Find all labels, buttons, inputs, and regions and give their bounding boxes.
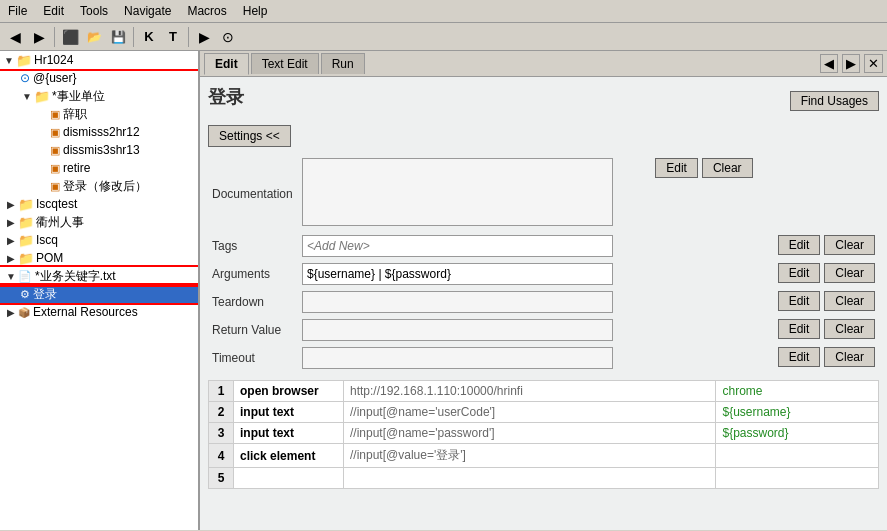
tree-pom-label: POM <box>36 251 63 265</box>
tree-external-label: External Resources <box>33 305 138 319</box>
t-btn[interactable]: T <box>162 26 184 48</box>
menu-macros[interactable]: Macros <box>183 2 230 20</box>
tree-dismiss3[interactable]: ▣ dissmis3shr13 <box>0 141 198 159</box>
step-row-1[interactable]: 1 open browser http://192.168.1.110:1000… <box>209 381 879 402</box>
tree-dismiss-label: 辞职 <box>63 106 87 123</box>
sep3 <box>188 27 189 47</box>
step-kw-1: open browser <box>234 381 344 402</box>
step-arg1-5 <box>344 468 716 489</box>
doc-input-cell <box>298 155 617 232</box>
tree-dismiss[interactable]: ▣ 辞职 <box>0 105 198 123</box>
tree-iscq[interactable]: ▶ 📁 Iscq <box>0 231 198 249</box>
tags-input[interactable] <box>302 235 613 257</box>
k-btn[interactable]: K <box>138 26 160 48</box>
teardown-clear-btn[interactable]: Clear <box>824 291 875 311</box>
tree-dismiss2[interactable]: ▣ dismisss2hr12 <box>0 123 198 141</box>
menu-bar: File Edit Tools Navigate Macros Help <box>0 0 887 23</box>
stop-btn[interactable]: ⬛ <box>59 26 81 48</box>
args-clear-btn[interactable]: Clear <box>824 263 875 283</box>
timeout-clear-btn[interactable]: Clear <box>824 347 875 367</box>
step-row-3[interactable]: 3 input text //input[@name='password'] $… <box>209 423 879 444</box>
tab-next-btn[interactable]: ▶ <box>842 54 860 73</box>
folder-hezhourenshi-icon: 📁 <box>18 215 34 230</box>
tree-dismiss2-label: dismisss2hr12 <box>63 125 140 139</box>
tree-login-mod[interactable]: ▣ 登录（修改后） <box>0 177 198 195</box>
tree-pom[interactable]: ▶ 📁 POM <box>0 249 198 267</box>
step-row-4[interactable]: 4 click element //input[@value='登录'] <box>209 444 879 468</box>
menu-edit[interactable]: Edit <box>39 2 68 20</box>
forward-btn[interactable]: ▶ <box>28 26 50 48</box>
find-usages-btn[interactable]: Find Usages <box>790 91 879 111</box>
step-row-2[interactable]: 2 input text //input[@name='userCode'] $… <box>209 402 879 423</box>
expand-jishi: ▼ <box>20 89 34 103</box>
run-btn[interactable]: ▶ <box>193 26 215 48</box>
expand-iscqtest: ▶ <box>4 197 18 211</box>
tree-hezhourenshi-label: 衢州人事 <box>36 214 84 231</box>
open-btn[interactable]: 📂 <box>83 26 105 48</box>
menu-file[interactable]: File <box>4 2 31 20</box>
step-arg2-2: ${username} <box>716 402 879 423</box>
menu-tools[interactable]: Tools <box>76 2 112 20</box>
return-input-cell <box>298 316 617 344</box>
return-input[interactable] <box>302 319 613 341</box>
tree-user-label: @{user} <box>33 71 77 85</box>
doc-edit-btn[interactable]: Edit <box>655 158 698 178</box>
step-arg1-1: http://192.168.1.110:10000/hrinfi <box>344 381 716 402</box>
content-area: 登录 Find Usages Settings << Documentation… <box>200 77 887 530</box>
teardown-edit-btn[interactable]: Edit <box>778 291 821 311</box>
teardown-input[interactable] <box>302 291 613 313</box>
teardown-input-cell <box>298 288 617 316</box>
menu-help[interactable]: Help <box>239 2 272 20</box>
tree-hezhourenshi[interactable]: ▶ 📁 衢州人事 <box>0 213 198 231</box>
timeout-edit-btn[interactable]: Edit <box>778 347 821 367</box>
step-arg1-2: //input[@name='userCode'] <box>344 402 716 423</box>
tree-login-kw[interactable]: ⚙ 登录 <box>0 285 198 303</box>
step-num-4: 4 <box>209 444 234 468</box>
tree-hr1024[interactable]: ▼ 📁 Hr1024 <box>0 51 198 69</box>
tags-btns: Edit Clear <box>617 232 879 258</box>
dismiss2-icon: ▣ <box>50 126 60 139</box>
tree-iscqtest[interactable]: ▶ 📁 Iscqtest <box>0 195 198 213</box>
return-edit-btn[interactable]: Edit <box>778 319 821 339</box>
doc-clear-btn[interactable]: Clear <box>702 158 753 178</box>
settings-btn[interactable]: Settings << <box>208 125 291 147</box>
tab-prev-btn[interactable]: ◀ <box>820 54 838 73</box>
expand-iscq: ▶ <box>4 233 18 247</box>
tree-iscqtest-label: Iscqtest <box>36 197 77 211</box>
tags-edit-btn[interactable]: Edit <box>778 235 821 255</box>
timeout-input[interactable] <box>302 347 613 369</box>
return-clear-btn[interactable]: Clear <box>824 319 875 339</box>
doc-textarea[interactable] <box>302 158 613 226</box>
tab-text-edit[interactable]: Text Edit <box>251 53 319 74</box>
menu-navigate[interactable]: Navigate <box>120 2 175 20</box>
folder-hr1024-icon: 📁 <box>16 53 32 68</box>
step-num-1: 1 <box>209 381 234 402</box>
timeout-input-cell <box>298 344 617 372</box>
tree-retire[interactable]: ▣ retire <box>0 159 198 177</box>
back-btn[interactable]: ◀ <box>4 26 26 48</box>
record-btn[interactable]: ⊙ <box>217 26 239 48</box>
tree-retire-label: retire <box>63 161 90 175</box>
args-edit-btn[interactable]: Edit <box>778 263 821 283</box>
save-btn[interactable]: 💾 <box>107 26 129 48</box>
teardown-row: Teardown Edit Clear <box>208 288 879 316</box>
tree-keyword-file[interactable]: ▼ 📄 *业务关键字.txt <box>0 267 198 285</box>
tree-user[interactable]: ⊙ @{user} <box>0 69 198 87</box>
tree-external[interactable]: ▶ 📦 External Resources <box>0 303 198 321</box>
args-input[interactable] <box>302 263 613 285</box>
sep2 <box>133 27 134 47</box>
step-row-5[interactable]: 5 <box>209 468 879 489</box>
tree-iscq-label: Iscq <box>36 233 58 247</box>
dismiss3-icon: ▣ <box>50 144 60 157</box>
tab-run[interactable]: Run <box>321 53 365 74</box>
tags-clear-btn[interactable]: Clear <box>824 235 875 255</box>
step-num-2: 2 <box>209 402 234 423</box>
tab-edit[interactable]: Edit <box>204 53 249 75</box>
tree-jishi-label: *事业单位 <box>52 88 105 105</box>
tree-jishi[interactable]: ▼ 📁 *事业单位 <box>0 87 198 105</box>
args-row: Arguments Edit Clear <box>208 260 879 288</box>
expand-hezhourenshi: ▶ <box>4 215 18 229</box>
retire-icon: ▣ <box>50 162 60 175</box>
timeout-btns: Edit Clear <box>617 344 879 370</box>
tab-close-btn[interactable]: ✕ <box>864 54 883 73</box>
